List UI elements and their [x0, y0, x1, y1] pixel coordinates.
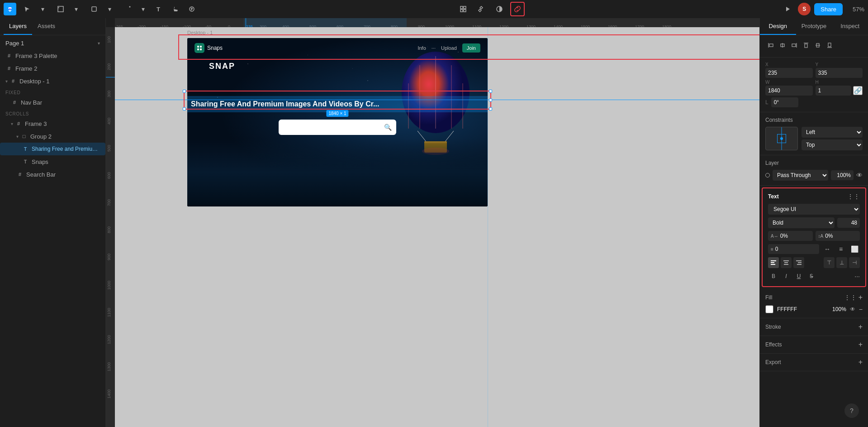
auto-width-btn[interactable]: ↔	[822, 244, 833, 254]
share-button[interactable]: Share	[814, 3, 843, 15]
font-size-input[interactable]	[837, 218, 860, 228]
lock-ratio-btn[interactable]: 🔗	[853, 86, 863, 95]
layer-desktop1[interactable]: ▾ # Desktop - 1	[0, 75, 105, 87]
mode-center-btn[interactable]	[492, 2, 507, 16]
text-valign-bot-btn[interactable]: ⊣	[849, 257, 860, 268]
rotation-input[interactable]	[771, 97, 798, 107]
comment-tool[interactable]	[185, 2, 199, 16]
tab-layers[interactable]: Layers	[4, 18, 32, 35]
tab-prototype[interactable]: Prototype	[796, 18, 832, 35]
text-valign-top-btn[interactable]: ⊤	[824, 257, 835, 268]
layer-opacity-input[interactable]	[831, 170, 854, 180]
align-center-h-btn[interactable]	[777, 40, 788, 51]
layer-navbar[interactable]: # Nav Bar	[0, 96, 105, 109]
layer-frame3[interactable]: ▾ # Frame 3	[0, 117, 105, 130]
fill-grid-btn[interactable]: ⋮⋮	[844, 294, 857, 301]
layer-frame2[interactable]: # Frame 2	[0, 62, 105, 75]
constraint-v-select[interactable]: Top	[802, 139, 863, 150]
y-input[interactable]	[816, 68, 863, 78]
list-btn[interactable]: ≡	[835, 244, 846, 254]
layer-frame3palette[interactable]: # Frame 3 Palette	[0, 49, 105, 62]
help-button[interactable]: ?	[844, 403, 859, 418]
hand-tool[interactable]	[168, 2, 183, 16]
hero-title: SNAP	[209, 62, 235, 71]
x-input[interactable]	[765, 68, 813, 78]
hero-text-container: Sharing Free And Premium Images And Vide…	[187, 96, 488, 112]
box-btn[interactable]: ⬜	[849, 244, 860, 254]
layer-mode-indicator	[765, 173, 770, 178]
svg-rect-11	[464, 10, 466, 12]
text-align-right-btn[interactable]	[793, 257, 804, 268]
align-bottom-btn[interactable]	[824, 40, 835, 51]
text-valign-mid-btn[interactable]: ⊥	[836, 257, 847, 268]
align-middle-v-btn[interactable]	[812, 40, 823, 51]
move-tool-dropdown[interactable]: ▾	[35, 2, 50, 16]
w-input[interactable]	[765, 86, 813, 96]
fill-opacity-value: 100%	[832, 306, 846, 312]
export-header: Export +	[765, 358, 863, 366]
font-weight-select[interactable]: Bold	[768, 217, 835, 228]
tool-group-pen: ▾	[120, 2, 150, 16]
tab-assets[interactable]: Assets	[32, 18, 61, 35]
search-bar[interactable]: 🔍	[279, 120, 396, 135]
handle-mr[interactable]	[489, 99, 492, 102]
export-add-btn[interactable]: +	[859, 358, 863, 366]
text-align-center-btn[interactable]	[781, 257, 792, 268]
text-align-left-btn[interactable]	[768, 257, 779, 268]
assets-center-btn[interactable]	[456, 2, 470, 16]
handle-tl[interactable]	[183, 90, 186, 93]
pen-tool[interactable]	[120, 2, 135, 16]
pen-tool-dropdown[interactable]: ▾	[136, 2, 150, 16]
fill-add-btn[interactable]: +	[859, 293, 863, 302]
frame-tool-dropdown[interactable]: ▾	[69, 2, 83, 16]
shape-tool-dropdown[interactable]: ▾	[102, 2, 117, 16]
figma-logo[interactable]	[4, 3, 16, 15]
layer-searchbar[interactable]: # Search Bar	[0, 168, 105, 181]
tab-inspect[interactable]: Inspect	[832, 18, 868, 35]
text-more-btn[interactable]: ⋮⋮	[847, 193, 860, 200]
play-button[interactable]	[782, 3, 794, 15]
layer-sharingtext[interactable]: T Sharing Free and Premium Im...	[0, 143, 105, 155]
h-input[interactable]	[816, 86, 852, 96]
components-center-btn[interactable]	[474, 2, 489, 16]
text-underline-btn[interactable]: U	[793, 271, 804, 282]
page-header[interactable]: Page 1 ▾	[0, 37, 105, 49]
fixed-section-label: FIXED	[0, 87, 105, 96]
handle-tr[interactable]	[489, 90, 492, 93]
layer-mode-select[interactable]: Pass Through	[773, 170, 828, 181]
fill-color-swatch[interactable]	[765, 305, 773, 313]
text-strike-btn[interactable]: S̶	[806, 271, 817, 282]
stroke-add-btn[interactable]: +	[859, 323, 863, 331]
tab-design[interactable]: Design	[760, 18, 796, 35]
handle-bl[interactable]	[183, 107, 186, 110]
svg-rect-41	[828, 43, 831, 47]
text-extra-dots[interactable]: ···	[854, 273, 860, 280]
text-icon: T	[22, 145, 29, 153]
text-italic-btn[interactable]: I	[781, 271, 792, 282]
move-tool[interactable]	[20, 2, 34, 16]
font-family-select[interactable]: Segoe UI	[768, 204, 860, 215]
layer-group2[interactable]: ▾ □ Group 2	[0, 130, 105, 143]
fill-eye-icon[interactable]: 👁	[850, 306, 855, 312]
text-bold-btn[interactable]: B	[768, 271, 779, 282]
align-right-btn[interactable]	[789, 40, 800, 51]
text-section-title: Text	[768, 193, 779, 200]
constraint-h-select[interactable]: Left	[802, 127, 863, 138]
shape-tool[interactable]	[87, 2, 101, 16]
effects-add-btn[interactable]: +	[859, 341, 863, 349]
canvas-area[interactable]: -265 -200 -150 -100 -50 0 235 300 400 50…	[106, 18, 759, 427]
frame-tool[interactable]	[53, 2, 68, 16]
layer-snapstext[interactable]: T Snaps	[0, 155, 105, 168]
svg-point-1	[9, 8, 11, 10]
align-left-btn[interactable]	[765, 40, 776, 51]
svg-rect-42	[771, 260, 776, 261]
handle-br[interactable]	[489, 107, 492, 110]
text-tool[interactable]: T	[152, 2, 166, 16]
layer-visibility-icon[interactable]: 👁	[856, 172, 863, 179]
link-center-btn[interactable]	[510, 2, 525, 16]
fill-remove-btn[interactable]: −	[859, 306, 863, 313]
font-controls-row: Bold	[768, 217, 860, 228]
align-top-btn[interactable]	[801, 40, 811, 51]
alignment-section	[760, 35, 868, 58]
snap-join-button[interactable]: Join	[462, 43, 480, 53]
